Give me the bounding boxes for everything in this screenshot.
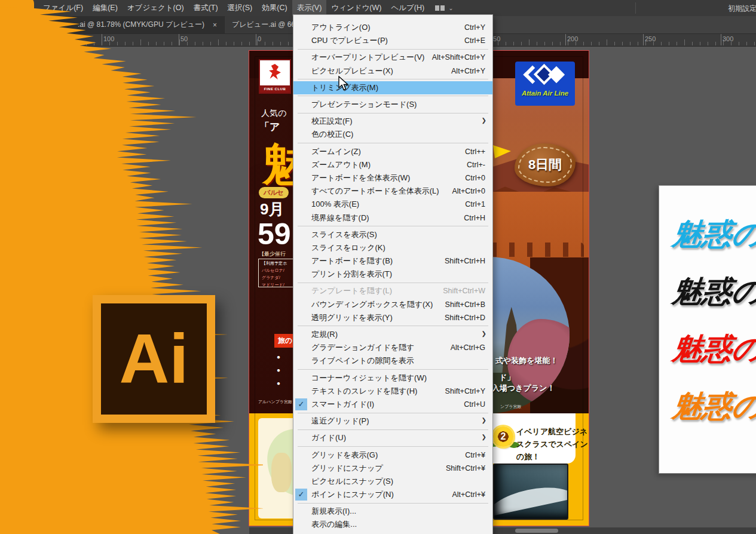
menu-item[interactable]: ピクセルプレビュー(X)Alt+Ctrl+Y — [293, 65, 492, 78]
poster-right-text1: 式や装飾を堪能！ — [495, 355, 558, 366]
menu-item[interactable]: バウンディングボックスを隠す(X)Shift+Ctrl+B — [293, 298, 492, 311]
menu-item[interactable]: 新規表示(I)... — [293, 505, 492, 518]
menu-separator — [298, 326, 488, 326]
menu-separator — [298, 143, 488, 143]
menu-item[interactable]: スライスを表示(S) — [293, 228, 492, 241]
poster-headline2: 「ア — [259, 120, 280, 134]
menu-item[interactable]: 表示の編集... — [293, 518, 492, 531]
ruler-label: 200 — [567, 35, 578, 42]
menu-item[interactable]: コーナーウィジェットを隠す(W) — [293, 372, 492, 385]
submenu-arrow-icon: ❯ — [482, 117, 486, 124]
poster-pill: バルセ — [259, 187, 289, 198]
menu-item[interactable]: グラデーションガイドを隠すAlt+Ctrl+G — [293, 341, 492, 354]
ruler-label: 300 — [723, 35, 733, 42]
menu-item[interactable]: プレゼンテーションモード(S) — [293, 98, 492, 111]
menu-item[interactable]: ピクセルにスナップ(S) — [293, 475, 492, 488]
menu-item[interactable]: CPU でプレビュー(P)Ctrl+E — [293, 34, 492, 47]
submenu-arrow-icon: ❯ — [482, 434, 486, 440]
menu-6[interactable]: 表示(V) — [292, 0, 327, 16]
sample-text-3: 魅惑の — [670, 386, 756, 426]
tab-close-icon[interactable]: × — [213, 21, 217, 29]
submenu-arrow-icon: ❯ — [482, 330, 486, 337]
menu-5[interactable]: 効果(C) — [257, 0, 292, 16]
ruler-label: 250 — [645, 35, 656, 42]
illustrator-app: { "menubar": { "items": ["ファイル(F)","編集(E… — [0, 0, 756, 534]
sample-text-2: 魅惑の — [670, 329, 756, 369]
mouse-cursor — [338, 76, 350, 93]
menu-1[interactable]: 編集(E) — [88, 0, 123, 16]
menu-separator — [298, 446, 488, 447]
menu-item[interactable]: トリミング表示(M) — [293, 81, 492, 94]
attain-airline-logo: Attain Air Line — [515, 62, 575, 106]
panel-switcher-icon[interactable]: ⌄ — [435, 5, 453, 11]
poster-caption-right: ンブラ宮殿 — [500, 404, 522, 410]
menu-item[interactable]: スライスをロック(K) — [293, 241, 492, 254]
menu-item[interactable]: アートボードを隠す(B)Shift+Ctrl+H — [293, 254, 492, 268]
ruler-label: 0 — [258, 35, 261, 42]
menu-separator — [298, 503, 488, 504]
sample-text-1: 魅惑の — [670, 272, 756, 312]
poster-caption-left: アルハンブラ宮殿 — [258, 399, 292, 405]
menu-item[interactable]: オーバープリントプレビュー(V)Alt+Shift+Ctrl+Y — [293, 51, 492, 64]
sunflower-number-icon: 2 — [493, 426, 513, 447]
menu-separator — [298, 226, 488, 226]
menu-0[interactable]: ファイル(F) — [38, 0, 88, 16]
menu-separator — [298, 96, 488, 96]
menu-separator — [298, 283, 488, 283]
attain-diamond-icon — [524, 63, 567, 88]
menu-item[interactable]: 遠近グリッド(P)❯ — [293, 415, 492, 428]
menu-item[interactable]: ✓ポイントにスナップ(N)Alt+Ctrl+¥ — [293, 488, 492, 501]
submenu-arrow-icon: ❯ — [482, 417, 486, 423]
poster-airplane-photo — [493, 464, 568, 520]
workspace-switcher[interactable]: 初期設定 — [728, 4, 756, 14]
menu-item[interactable]: プリント分割を表示(T) — [293, 268, 492, 281]
poster-right-text3: 入場つきプラン！ — [492, 383, 555, 394]
menu-item[interactable]: アートボードを全体表示(W)Ctrl+0 — [293, 171, 492, 185]
menu-item[interactable]: ズームイン(Z)Ctrl++ — [293, 145, 492, 158]
menubar: ファイル(F)編集(E)オブジェクト(O)書式(T)選択(S)効果(C)表示(V… — [0, 0, 756, 16]
poster-price: 59 — [258, 219, 291, 249]
poster-note: 【最少催行 — [259, 250, 286, 258]
menu-item[interactable]: グリッドにスナップShift+Ctrl+¥ — [293, 462, 492, 475]
menu-separator — [298, 79, 488, 79]
menu-item[interactable]: ガイド(U)❯ — [293, 431, 492, 444]
menu-item[interactable]: ✓スマートガイド(I)Ctrl+U — [293, 398, 492, 411]
text-samples-panel: 魅惑の魅惑の魅惑の魅惑の — [659, 185, 756, 474]
menu-item[interactable]: グリッドを表示(G)Ctrl+¥ — [293, 448, 492, 461]
ruler-label: 50 — [180, 35, 188, 42]
menu-item[interactable]: すべてのアートボードを全体表示(L)Alt+Ctrl+0 — [293, 185, 492, 198]
menubar-separator — [635, 2, 636, 14]
menu-item[interactable]: ライブペイントの隙間を表示 — [293, 354, 492, 367]
fine-club-emblem-icon — [268, 64, 281, 79]
menu-8[interactable]: ヘルプ(H) — [386, 0, 429, 16]
checkmark-icon: ✓ — [295, 489, 307, 501]
menu-item[interactable]: ズームアウト(M)Ctrl+- — [293, 158, 492, 171]
menu-item[interactable]: 定規(R)❯ — [293, 328, 492, 341]
poster-badge-8days: 8日間 — [515, 143, 576, 186]
menu-item[interactable]: テキストのスレッドを隠す(H)Shift+Ctrl+Y — [293, 385, 492, 398]
poster-right-text2: ド」 — [499, 372, 515, 383]
ruler-label: 100 — [103, 35, 114, 42]
menu-4[interactable]: 選択(S) — [223, 0, 258, 16]
orange-brush-stroke — [0, 0, 263, 534]
menu-separator — [298, 369, 488, 370]
menu-item[interactable]: 透明グリッドを表示(Y)Shift+Ctrl+D — [293, 311, 492, 324]
document-tab-active[interactable]: .ai @ 81.78% (CMYK/GPU プレビュー) × — [0, 16, 224, 33]
view-menu-dropdown: アウトライン(O)Ctrl+YCPU でプレビュー(P)Ctrl+Eオーバープリ… — [293, 14, 493, 534]
menu-7[interactable]: ウィンドウ(W) — [326, 0, 386, 16]
poster-bullets: ●●● — [277, 351, 280, 390]
menu-item[interactable]: 境界線を隠す(D)Ctrl+H — [293, 211, 492, 224]
poster-headline1: 人気の — [261, 108, 286, 119]
poster-date: 9月 — [260, 201, 284, 217]
menu-item[interactable]: 色の校正(C) — [293, 128, 492, 141]
menu-separator — [298, 49, 488, 50]
menu-item[interactable]: 100% 表示(E)Ctrl+1 — [293, 198, 492, 211]
scrollbar-thumb[interactable] — [515, 529, 558, 533]
menu-2[interactable]: オブジェクト(O) — [123, 0, 189, 16]
menu-3[interactable]: 書式(T) — [189, 0, 223, 16]
menu-item[interactable]: 校正設定(F)❯ — [293, 115, 492, 128]
menu-item[interactable]: アウトライン(O)Ctrl+Y — [293, 21, 492, 34]
menu-separator — [298, 113, 488, 113]
menu-item[interactable]: テンプレートを隠す(L)Shift+Ctrl+W — [293, 284, 492, 297]
menu-separator — [298, 413, 488, 413]
